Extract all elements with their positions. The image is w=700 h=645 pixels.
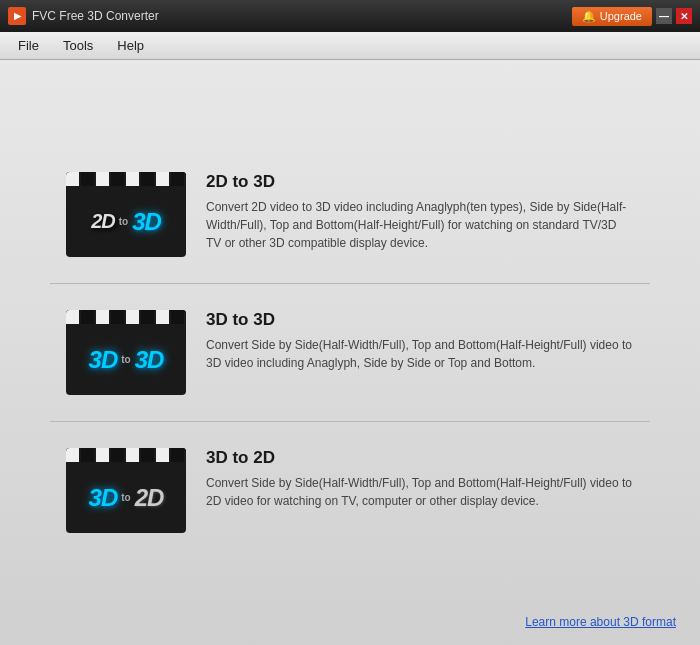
card-text-3d-to-3d: 3D to 3D Convert Side by Side(Half-Width… — [206, 310, 634, 372]
close-button[interactable]: ✕ — [676, 8, 692, 24]
divider-2 — [50, 421, 650, 422]
divider-1 — [50, 283, 650, 284]
upgrade-icon: 🔔 — [582, 10, 596, 23]
from-label-3d2d: 3D — [89, 484, 118, 512]
card-desc-2d-to-3d: Convert 2D video to 3D video including A… — [206, 198, 634, 252]
app-icon: ▶ — [8, 7, 26, 25]
title-bar-left: ▶ FVC Free 3D Converter — [8, 7, 159, 25]
menu-tools[interactable]: Tools — [53, 34, 103, 57]
upgrade-button[interactable]: 🔔 Upgrade — [572, 7, 652, 26]
converter-thumb-2d-to-3d: 2D to 3D — [66, 172, 186, 257]
to-label-2d: to — [119, 216, 128, 227]
converter-card-3d-to-3d[interactable]: 3D to 3D 3D to 3D Convert Side by Side(H… — [50, 294, 650, 411]
to-label-3d2d: to — [121, 492, 130, 503]
title-bar-controls: 🔔 Upgrade — ✕ — [572, 7, 692, 26]
app-title: FVC Free 3D Converter — [32, 9, 159, 23]
dest-label-3d3d: 3D — [135, 346, 164, 374]
card-desc-3d-to-2d: Convert Side by Side(Half-Width/Full), T… — [206, 474, 634, 510]
dest-label-3d2d: 2D — [135, 484, 164, 512]
main-content: 2D to 3D 2D to 3D Convert 2D video to 3D… — [0, 60, 700, 645]
card-desc-3d-to-3d: Convert Side by Side(Half-Width/Full), T… — [206, 336, 634, 372]
title-bar: ▶ FVC Free 3D Converter 🔔 Upgrade — ✕ — [0, 0, 700, 32]
minimize-button[interactable]: — — [656, 8, 672, 24]
to-label-3d3d: to — [121, 354, 130, 365]
card-title-3d-to-2d: 3D to 2D — [206, 448, 634, 468]
card-title-2d-to-3d: 2D to 3D — [206, 172, 634, 192]
card-text-2d-to-3d: 2D to 3D Convert 2D video to 3D video in… — [206, 172, 634, 252]
menu-bar: File Tools Help — [0, 32, 700, 60]
converter-card-3d-to-2d[interactable]: 3D to 2D 3D to 2D Convert Side by Side(H… — [50, 432, 650, 549]
card-title-3d-to-3d: 3D to 3D — [206, 310, 634, 330]
learn-more-link[interactable]: Learn more about 3D format — [525, 615, 676, 629]
card-text-3d-to-2d: 3D to 2D Convert Side by Side(Half-Width… — [206, 448, 634, 510]
menu-file[interactable]: File — [8, 34, 49, 57]
from-label-2d: 2D — [91, 210, 115, 233]
converter-card-2d-to-3d[interactable]: 2D to 3D 2D to 3D Convert 2D video to 3D… — [50, 156, 650, 273]
converter-thumb-3d-to-2d: 3D to 2D — [66, 448, 186, 533]
converter-thumb-3d-to-3d: 3D to 3D — [66, 310, 186, 395]
menu-help[interactable]: Help — [107, 34, 154, 57]
from-label-3d3d: 3D — [89, 346, 118, 374]
dest-label-2d: 3D — [132, 208, 161, 236]
